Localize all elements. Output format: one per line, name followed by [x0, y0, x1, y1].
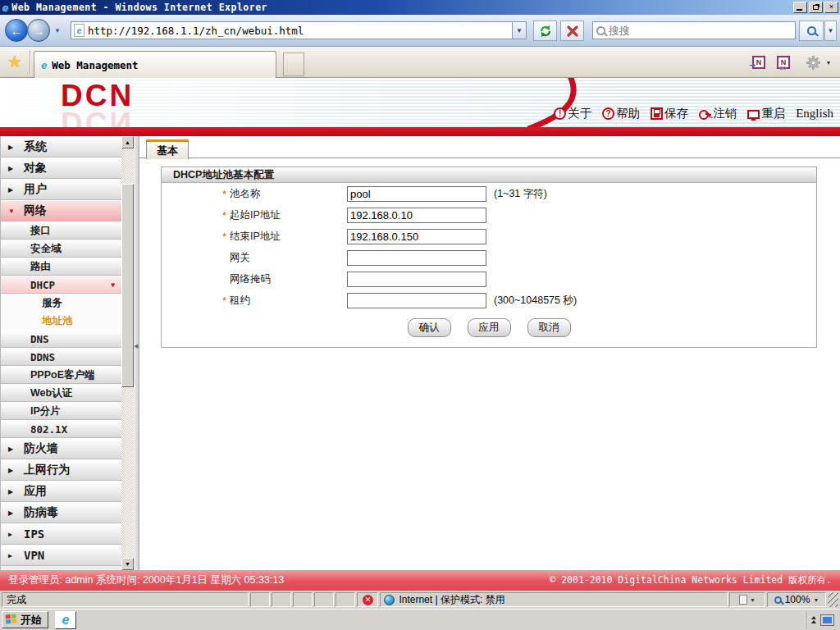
address-dropdown[interactable]: ▼ — [512, 22, 526, 39]
sidebar-item-security-zone[interactable]: 安全域 — [1, 240, 121, 258]
address-bar[interactable]: e ▼ — [71, 21, 527, 39]
tray-expand-icon[interactable] — [811, 616, 816, 624]
about-link[interactable]: ! 关于 — [554, 106, 591, 121]
sidebar-item-label: 服务 — [42, 296, 62, 310]
dhcp-pool-config-panel: DHCP地址池基本配置 *池名称 (1~31 字符) *起始IP地址 *结束IP… — [161, 167, 817, 348]
status-cell — [314, 592, 334, 607]
sidebar-splitter[interactable]: ◀ — [134, 136, 139, 570]
sidebar-item-application[interactable]: ▶应用 — [1, 481, 121, 502]
sidebar-item-network[interactable]: ▼网络 — [1, 200, 121, 221]
sidebar-item-objects[interactable]: ▶对象 — [1, 158, 121, 179]
favorites-star-icon[interactable]: ★ — [7, 52, 22, 71]
sidebar-item-users[interactable]: ▶用户 — [1, 179, 121, 200]
lease-input[interactable] — [347, 293, 486, 308]
form-row-start-ip: *起始IP地址 — [162, 204, 816, 226]
gateway-input[interactable] — [347, 250, 486, 266]
sidebar-item-ips[interactable]: ▶IPS — [1, 523, 121, 545]
page-icon: e — [74, 24, 84, 37]
header-links: ! 关于 ? 帮助 保存 注销 重启 — [554, 106, 833, 121]
restore-button[interactable] — [809, 2, 823, 13]
status-cell — [293, 592, 313, 607]
linked-notes-button[interactable]: Noo — [774, 54, 792, 71]
display-tray-icon[interactable] — [821, 615, 833, 625]
sidebar-item-802-1x[interactable]: 802.1X — [1, 420, 121, 438]
netmask-input[interactable] — [347, 272, 486, 287]
resize-grip[interactable] — [828, 592, 838, 607]
chevron-right-icon: ▶ — [8, 445, 13, 453]
apply-button[interactable]: 应用 — [468, 318, 511, 337]
scrollbar-thumb[interactable] — [121, 184, 134, 387]
content-region: ▶系统 ▶对象 ▶用户 ▼网络 接口 安全域 路由 DHCP▼ 服务 地址池 D… — [0, 136, 840, 570]
send-to-onenote-button[interactable]: N➔ — [750, 54, 768, 71]
search-input[interactable] — [605, 25, 795, 37]
sidebar-item-label: 对象 — [24, 161, 47, 176]
stop-button[interactable] — [560, 21, 584, 41]
search-options-dropdown[interactable]: ▼ — [824, 21, 837, 41]
sidebar-item-label: 接口 — [30, 224, 51, 238]
sidebar-item-web-behavior[interactable]: ▶上网行为 — [1, 459, 121, 481]
tab-bar: ★ e Web Management N➔ Noo ▼ — [0, 47, 840, 78]
pool-name-input[interactable] — [347, 186, 486, 202]
script-error-indicator[interactable]: ✕ — [357, 592, 378, 607]
sidebar-item-routing[interactable]: 路由 — [1, 258, 121, 276]
gear-icon — [806, 56, 820, 70]
start-button[interactable]: 开始 — [2, 611, 48, 628]
close-button[interactable]: × — [824, 2, 838, 13]
logout-link[interactable]: 注销 — [699, 106, 737, 121]
search-box[interactable] — [592, 21, 796, 39]
sidebar-item-label: 路由 — [30, 260, 51, 274]
back-button[interactable]: ← — [5, 19, 28, 42]
sidebar-item-dhcp-address-pool[interactable]: 地址池 — [1, 312, 121, 330]
sidebar-item-label: 用户 — [24, 182, 47, 197]
new-tab-button[interactable] — [283, 52, 304, 76]
refresh-button[interactable] — [533, 21, 557, 41]
start-ip-input[interactable] — [347, 208, 486, 223]
tab-basic[interactable]: 基本 — [146, 139, 189, 159]
browser-tab-web-management[interactable]: e Web Management — [34, 51, 276, 78]
field-label: 网络掩码 — [230, 272, 271, 286]
sidebar-scrollbar[interactable]: ▲ ▼ — [121, 136, 134, 570]
about-label: 关于 — [568, 106, 591, 121]
confirm-button[interactable]: 确认 — [408, 318, 451, 337]
cancel-button[interactable]: 取消 — [527, 318, 571, 337]
sidebar-item-system[interactable]: ▶系统 — [1, 136, 121, 158]
sidebar-item-dhcp-service[interactable]: 服务 — [1, 294, 121, 312]
help-link[interactable]: ? 帮助 — [602, 106, 640, 121]
url-input[interactable] — [84, 25, 512, 37]
tools-dropdown[interactable]: ▼ — [824, 54, 833, 71]
windows-flag-icon — [6, 614, 18, 626]
restart-link[interactable]: 重启 — [747, 106, 785, 121]
sidebar-item-dhcp[interactable]: DHCP▼ — [1, 276, 121, 294]
sidebar-item-web-auth[interactable]: Web认证 — [1, 384, 121, 402]
scroll-down-icon[interactable]: ▼ — [121, 558, 134, 570]
scroll-up-icon[interactable]: ▲ — [121, 136, 134, 148]
search-go-button[interactable] — [799, 21, 824, 41]
sidebar-item-ip-fragment[interactable]: IP分片 — [1, 402, 121, 420]
minimize-button[interactable] — [793, 2, 807, 13]
sidebar-item-ddns[interactable]: DDNS — [1, 348, 121, 366]
copyright: © 2001-2010 DigitalChina Networks Limite… — [550, 574, 832, 587]
forward-button[interactable]: → — [27, 19, 50, 42]
sidebar-item-pppoe-client[interactable]: PPPoE客户端 — [1, 366, 121, 384]
taskbar-ie-button[interactable]: e — [55, 611, 76, 629]
sidebar-item-firewall[interactable]: ▶防火墙 — [1, 438, 121, 459]
sidebar-item-interface[interactable]: 接口 — [1, 221, 121, 240]
tools-button[interactable] — [804, 54, 822, 71]
form-row-gateway: *网关 — [162, 247, 816, 268]
internet-globe-icon — [384, 595, 395, 605]
ie-icon: e — [62, 614, 70, 625]
status-done: 完成 — [2, 592, 249, 607]
sidebar-item-vpn[interactable]: ▶VPN — [1, 545, 121, 566]
end-ip-input[interactable] — [347, 229, 486, 244]
content-tab-strip: 基本 — [139, 136, 840, 158]
sidebar-item-label: 防火墙 — [24, 441, 58, 456]
english-link[interactable]: English — [796, 107, 833, 121]
sidebar-item-antivirus[interactable]: ▶防病毒 — [1, 502, 121, 523]
save-link[interactable]: 保存 — [651, 106, 688, 121]
sidebar-item-dns[interactable]: DNS — [1, 330, 121, 348]
recent-pages-dropdown[interactable]: ▼ — [54, 27, 61, 34]
tab-title: Web Management — [52, 59, 138, 71]
zoom-control[interactable]: 100% ▼ — [767, 592, 826, 607]
security-report-cell[interactable]: ▼ — [729, 592, 765, 607]
title-bar: e Web Management - Windows Internet Expl… — [0, 0, 840, 15]
